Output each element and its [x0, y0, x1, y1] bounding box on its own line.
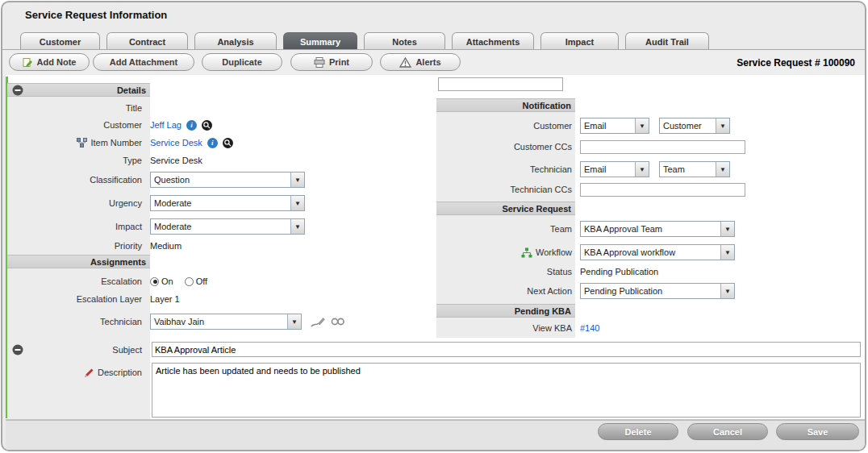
- cancel-button[interactable]: Cancel: [687, 423, 768, 440]
- classification-select[interactable]: Question ▼: [150, 172, 305, 188]
- next-action-label: Next Action: [436, 286, 575, 296]
- chevron-down-icon: ▼: [720, 245, 734, 260]
- priority-row: Priority Medium: [7, 238, 182, 254]
- team-row: Team KBA Approval Team ▼: [436, 221, 735, 237]
- type-value: Service Desk: [150, 156, 202, 165]
- edit-pencil-icon[interactable]: [84, 368, 94, 378]
- collapse-details-icon[interactable]: [12, 85, 23, 99]
- customer-notify-method-select[interactable]: Email ▼: [580, 118, 649, 134]
- subject-row: Subject: [7, 342, 145, 358]
- customer-notify-method-value: Email: [581, 121, 635, 131]
- print-button[interactable]: Print: [290, 53, 373, 71]
- tab-notes[interactable]: Notes: [364, 32, 445, 50]
- tab-audit-trail[interactable]: Audit Trail: [625, 32, 709, 50]
- technician-notify-method-select[interactable]: Email ▼: [580, 161, 649, 177]
- impact-row: Impact Moderate ▼: [7, 218, 305, 235]
- alerts-label: Alerts: [415, 57, 440, 67]
- next-action-value: Pending Publication: [581, 286, 720, 296]
- technician-label: Technician: [7, 317, 145, 326]
- subject-input[interactable]: [152, 342, 861, 357]
- escalation-layer-value: Layer 1: [150, 294, 180, 304]
- customer-ccs-input[interactable]: [580, 140, 745, 154]
- add-note-icon: [23, 57, 33, 68]
- workflow-label-text: Workflow: [536, 247, 572, 257]
- service-request-page: Service Request Information Customer Con…: [0, 0, 868, 453]
- escalate-links-icon[interactable]: [331, 316, 345, 327]
- technician-select[interactable]: Vaibhav Jain ▼: [150, 314, 302, 330]
- item-info-icon[interactable]: i: [207, 138, 218, 148]
- urgency-select[interactable]: Moderate ▼: [150, 195, 305, 211]
- notification-customer-row: Customer Email ▼ Customer ▼: [436, 118, 730, 134]
- title-label: Title: [7, 103, 145, 113]
- classification-value: Question: [151, 175, 290, 185]
- team-label: Team: [436, 224, 575, 234]
- delete-button[interactable]: Delete: [598, 423, 678, 440]
- customer-label: Customer: [7, 120, 145, 130]
- status-row: Status Pending Publication: [436, 264, 658, 280]
- view-kba-row: View KBA #140: [436, 320, 599, 336]
- add-note-button[interactable]: Add Note: [9, 53, 90, 71]
- item-icon: [77, 138, 87, 148]
- item-search-icon[interactable]: [223, 138, 233, 148]
- tab-analysis[interactable]: Analysis: [194, 32, 277, 50]
- main-content: Details Assignments Notification Service…: [6, 75, 866, 420]
- next-action-row: Next Action Pending Publication ▼: [436, 283, 735, 299]
- technician-recipient-value: Team: [660, 164, 716, 174]
- priority-value: Medium: [150, 241, 182, 251]
- item-number-label-text: Item Number: [90, 138, 142, 148]
- view-kba-link[interactable]: #140: [580, 323, 599, 333]
- status-label: Status: [436, 267, 575, 276]
- workflow-sitemap-icon: [521, 247, 532, 258]
- escalation-off-label: Off: [196, 276, 207, 286]
- unlabeled-input[interactable]: [438, 77, 563, 91]
- item-number-row: Item Number Service Desk i: [7, 135, 233, 151]
- chevron-down-icon: ▼: [716, 162, 729, 177]
- workflow-value: KBA Approval workflow: [581, 247, 720, 257]
- details-section-header: Details: [7, 83, 150, 97]
- view-kba-label: View KBA: [436, 323, 575, 333]
- notification-technician-row: Technician Email ▼ Team ▼: [436, 161, 730, 177]
- customer-info-icon[interactable]: i: [186, 120, 197, 131]
- impact-select[interactable]: Moderate ▼: [150, 218, 305, 235]
- priority-label: Priority: [7, 241, 145, 251]
- tab-customer[interactable]: Customer: [20, 32, 100, 50]
- impact-value: Moderate: [151, 222, 290, 231]
- printer-icon: [314, 57, 325, 68]
- type-label: Type: [7, 156, 145, 165]
- customer-recipient-select[interactable]: Customer ▼: [659, 118, 730, 134]
- alerts-button[interactable]: Alerts: [380, 53, 461, 71]
- next-action-select[interactable]: Pending Publication ▼: [580, 283, 735, 299]
- technician-ccs-input[interactable]: [580, 183, 745, 197]
- workflow-row: Workflow KBA Approval workflow ▼: [436, 244, 735, 260]
- save-button[interactable]: Save: [776, 423, 859, 440]
- pending-kba-section-header: Pending KBA: [436, 304, 575, 318]
- add-attachment-button[interactable]: Add Attachment: [93, 53, 194, 71]
- description-label-text: Description: [98, 368, 142, 377]
- urgency-label: Urgency: [7, 198, 145, 208]
- classification-row: Classification Question ▼: [7, 172, 305, 188]
- escalation-on-radio[interactable]: [150, 277, 159, 286]
- customer-link[interactable]: Jeff Lag: [150, 120, 182, 130]
- item-number-link[interactable]: Service Desk: [150, 138, 202, 148]
- toolbar: Add Note Add Attachment Duplicate Print …: [2, 49, 865, 75]
- assignments-section-header: Assignments: [7, 255, 150, 268]
- notification-technician-label: Technician: [436, 164, 575, 174]
- technician-notify-method-value: Email: [581, 164, 635, 174]
- technician-recipient-select[interactable]: Team ▼: [659, 161, 730, 177]
- escalation-label: Escalation: [7, 276, 145, 286]
- tab-impact[interactable]: Impact: [540, 32, 619, 50]
- escalation-off-radio[interactable]: [185, 277, 194, 286]
- technician-value: Vaibhav Jain: [151, 317, 287, 326]
- tab-contract[interactable]: Contract: [106, 32, 188, 50]
- duplicate-button[interactable]: Duplicate: [202, 53, 282, 71]
- customer-search-icon[interactable]: [202, 120, 212, 131]
- escalation-layer-row: Escalation Layer Layer 1: [7, 291, 180, 307]
- tab-summary[interactable]: Summary: [283, 32, 357, 50]
- customer-recipient-value: Customer: [660, 121, 716, 131]
- description-textarea[interactable]: Article has been updated and needs to be…: [152, 363, 861, 418]
- reassign-technician-icon[interactable]: [310, 316, 326, 328]
- tab-attachments[interactable]: Attachments: [452, 32, 534, 50]
- team-select[interactable]: KBA Approval Team ▼: [580, 221, 735, 237]
- print-label: Print: [329, 57, 349, 67]
- workflow-select[interactable]: KBA Approval workflow ▼: [580, 244, 735, 260]
